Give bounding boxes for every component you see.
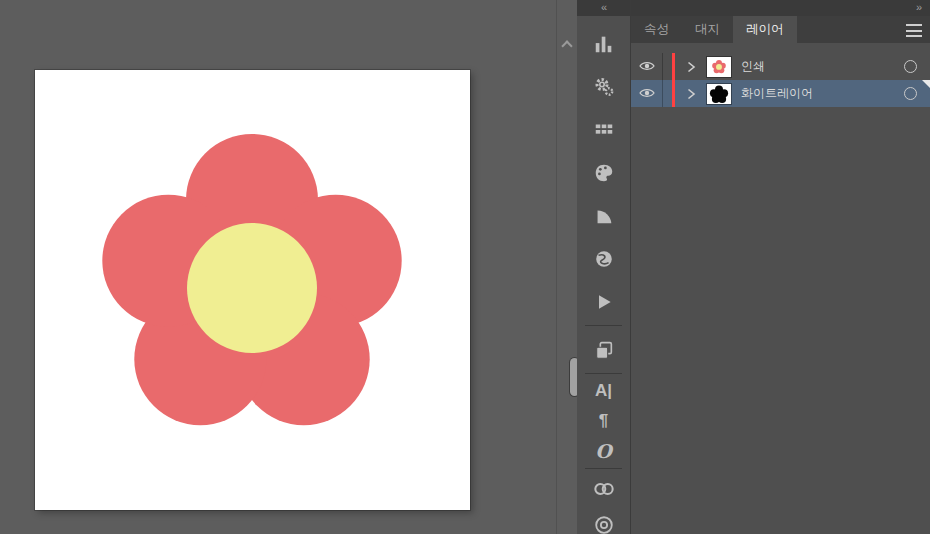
vertical-scrollbar[interactable] xyxy=(556,0,577,534)
tab-layers[interactable]: 레이어 xyxy=(733,16,797,43)
round-link-icon xyxy=(593,514,615,534)
swatches-panel-button[interactable] xyxy=(577,108,630,151)
chain-link-icon xyxy=(592,480,616,498)
cc-libraries-panel-button[interactable] xyxy=(577,471,630,507)
layer-name: 인쇄 xyxy=(741,58,765,75)
layer-color-bar xyxy=(672,80,675,107)
layers-icon xyxy=(593,339,615,361)
eye-icon xyxy=(639,85,655,103)
canvas-area[interactable] xyxy=(0,0,556,534)
paragraph-panel-button[interactable]: ¶ xyxy=(577,406,630,436)
actions-panel-button[interactable] xyxy=(577,280,630,323)
links-panel-button[interactable] xyxy=(577,507,630,534)
pattern-options-button[interactable] xyxy=(577,65,630,108)
layer-thumbnail xyxy=(707,57,731,77)
tab-properties[interactable]: 속성 xyxy=(631,16,682,43)
tab-artboards[interactable]: 대지 xyxy=(682,16,733,43)
layers-panel-button[interactable] xyxy=(577,328,630,371)
target-circle-icon[interactable] xyxy=(904,60,917,73)
sphere-swirl-icon xyxy=(593,248,615,270)
expand-chevron-icon[interactable] xyxy=(683,59,699,75)
panel-dock: « xyxy=(577,0,631,534)
flower-artwork xyxy=(35,70,470,510)
panel-menu-icon[interactable] xyxy=(906,23,922,38)
graph-panel-button[interactable] xyxy=(577,22,630,65)
palette-icon xyxy=(593,162,615,184)
visibility-toggle[interactable] xyxy=(631,53,663,80)
artboard[interactable] xyxy=(35,70,470,510)
eye-icon xyxy=(639,58,655,76)
paragraph-icon: ¶ xyxy=(599,411,608,431)
play-icon xyxy=(594,292,614,312)
panel-collapse-button[interactable]: » xyxy=(631,0,930,16)
dock-divider xyxy=(585,468,622,469)
expand-chevron-icon[interactable] xyxy=(683,86,699,102)
gradient-panel-button[interactable] xyxy=(577,194,630,237)
symbols-panel-button[interactable] xyxy=(577,237,630,280)
opentype-icon: O xyxy=(595,440,612,462)
visibility-toggle[interactable] xyxy=(631,80,663,107)
dock-divider xyxy=(585,325,622,326)
color-panel-button[interactable] xyxy=(577,151,630,194)
layer-row-print[interactable]: 인쇄 xyxy=(631,53,930,80)
layer-row-white[interactable]: 화이트레이어 xyxy=(631,80,930,107)
target-circle-icon[interactable] xyxy=(904,87,917,100)
scroll-up-arrow-icon[interactable] xyxy=(562,40,570,48)
character-panel-button[interactable]: A| xyxy=(577,376,630,406)
dock-collapse-button[interactable]: « xyxy=(577,0,630,16)
quarter-circle-icon xyxy=(593,205,615,227)
layer-color-bar xyxy=(672,53,675,80)
bar-chart-icon xyxy=(593,33,615,55)
layers-panel: » 속성 대지 레이어 인쇄 xyxy=(631,0,930,534)
character-panel-icon: A| xyxy=(595,381,612,401)
layers-list: 인쇄 화이트레이어 xyxy=(631,43,930,107)
opentype-panel-button[interactable]: O xyxy=(577,436,630,466)
layer-name: 화이트레이어 xyxy=(741,85,813,102)
panel-tabbar: 속성 대지 레이어 xyxy=(631,16,930,43)
layer-thumbnail xyxy=(707,84,731,104)
swatches-grid-icon xyxy=(593,119,615,141)
dock-divider xyxy=(585,373,622,374)
gears-icon xyxy=(592,75,616,99)
